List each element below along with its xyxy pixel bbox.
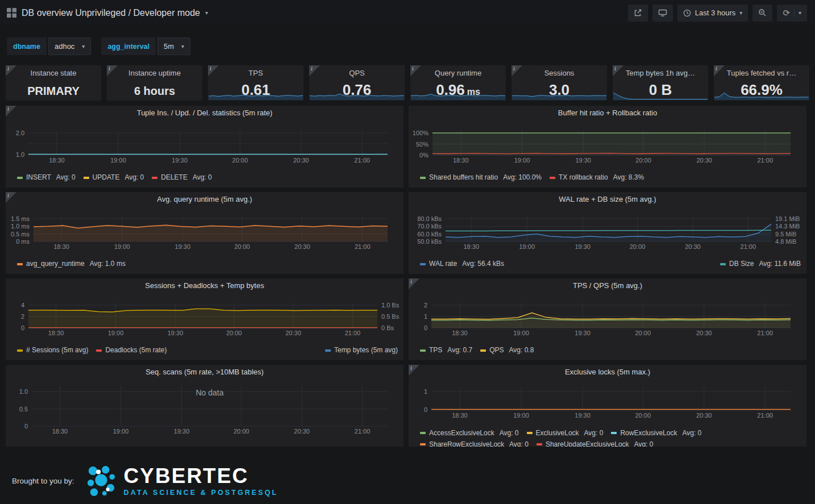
legend-item[interactable]: TPSAvg: 0.7 — [420, 345, 472, 356]
chart-tuple-statistics[interactable]: 18:3019:0019:3020:0020:3021:002.01.0 — [6, 120, 404, 168]
legend-label: DB Size — [729, 259, 754, 269]
legend-item[interactable]: WAL rateAvg: 56.4 kBs — [420, 259, 504, 269]
variable-value-dropdown[interactable]: 5m▾ — [157, 38, 190, 55]
chart-svg: 18:3019:0019:3020:0020:3021:0080.0 kBs70… — [409, 207, 806, 255]
legend-item[interactable]: QPSAvg: 0.8 — [480, 345, 534, 356]
svg-text:1.5 ms: 1.5 ms — [11, 215, 30, 222]
legend-item[interactable]: Deadlocks (5m rate) — [96, 345, 167, 356]
info-icon[interactable]: i — [409, 365, 419, 376]
variable-value-dropdown[interactable]: adhoc▾ — [48, 38, 91, 55]
variable-dbname[interactable]: dbname adhoc▾ — [7, 38, 91, 55]
stat-panel-sessions: i Sessions 3.0 — [512, 65, 607, 101]
stat-title[interactable]: Instance state — [6, 69, 101, 77]
legend-item[interactable]: avg_query_runtimeAvg: 1.0 ms — [17, 259, 126, 269]
legend-stat: Avg: 0 — [682, 427, 701, 439]
stat-title[interactable]: Query runtime — [410, 69, 506, 77]
info-icon[interactable]: i — [107, 65, 118, 76]
tv-mode-button[interactable] — [652, 5, 673, 22]
svg-text:20:30: 20:30 — [696, 330, 712, 336]
refresh-caret-icon[interactable]: ▾ — [799, 10, 801, 16]
stat-title[interactable]: Sessions — [512, 69, 607, 77]
stat-panel-instance-state: i Instance state PRIMARY — [6, 65, 101, 101]
chart-svg: 18:3019:0019:3020:0020:3021:001.5 ms1.0 … — [6, 207, 404, 255]
info-icon[interactable]: i — [309, 65, 320, 76]
chart-svg: 18:3019:0019:3020:0020:3021:004201.0 Bs0… — [6, 293, 404, 341]
legend-item[interactable]: INSERTAvg: 0 — [17, 172, 76, 183]
panel-title[interactable]: Buffer hit ratio + Rollback ratio — [409, 109, 806, 117]
legend-item[interactable]: DB SizeAvg: 11.6 MiB — [720, 259, 801, 269]
cybertec-logo-text: CYBERTEC DATA SCIENCE & POSTGRESQL — [124, 465, 278, 497]
panel-title[interactable]: Seq. scans (5m rate, >10MB tables) — [6, 368, 404, 376]
chart-seq-scans[interactable]: 18:3019:0019:3020:0020:3021:001.00.50No … — [6, 380, 404, 436]
info-icon[interactable]: i — [6, 192, 16, 203]
svg-text:19:00: 19:00 — [513, 412, 529, 419]
legend-item[interactable]: Shared buffers hit ratioAvg: 100.0% — [420, 172, 542, 183]
legend: AccessExclusiveLockAvg: 0ExclusiveLockAv… — [420, 427, 801, 447]
navbar-left: DB overview Unprivileged / Developer mod… — [7, 8, 208, 18]
refresh-button[interactable]: ⟳ ▾ — [777, 5, 807, 22]
info-icon[interactable]: i — [6, 106, 16, 116]
svg-text:19:00: 19:00 — [114, 243, 130, 250]
variable-agg-interval[interactable]: agg_interval 5m▾ — [101, 38, 190, 55]
info-icon[interactable]: i — [613, 65, 623, 76]
chart-exclusive-locks[interactable]: 18:3019:0019:3020:0020:3021:0010 — [409, 380, 806, 422]
panel-title[interactable]: Avg. query runtime (5m avg.) — [6, 195, 404, 203]
share-button[interactable] — [628, 5, 648, 22]
chart-avg-query-runtime[interactable]: 18:3019:0019:3020:0020:3021:001.5 ms1.0 … — [6, 207, 404, 255]
legend-item[interactable]: DELETEAvg: 0 — [152, 172, 212, 183]
panel-title[interactable]: Sessions + Deadlocks + Temp bytes — [6, 281, 404, 290]
stat-title[interactable]: Temp bytes 1h avg… — [613, 69, 708, 77]
svg-text:19:30: 19:30 — [575, 157, 591, 164]
panel-tuple-statistics: i Tuple Ins. / Upd. / Del. statistics (5… — [6, 106, 404, 188]
chart-tps-qps[interactable]: 18:3019:0019:3020:0020:3021:00210 — [409, 293, 806, 341]
panel-exclusive-locks: i Exclusive locks (5m max.) 18:3019:0019… — [409, 365, 806, 447]
svg-text:19:30: 19:30 — [172, 157, 188, 164]
svg-text:18:30: 18:30 — [53, 243, 69, 250]
svg-text:1.0 Bs: 1.0 Bs — [381, 302, 400, 309]
legend-label: Shared buffers hit ratio — [429, 172, 498, 183]
legend-item[interactable]: # Sessions (5m avg) — [17, 345, 88, 356]
legend-item[interactable]: ShareRowExclusiveLockAvg: 0 — [420, 439, 529, 447]
chart-wal-rate-db-size[interactable]: 18:3019:0019:3020:0020:3021:0080.0 kBs70… — [409, 207, 806, 255]
legend-stat: Avg: 100.0% — [503, 172, 542, 183]
panel-title[interactable]: Tuple Ins. / Upd. / Del. statistics (5m … — [6, 109, 404, 117]
stat-sparkline — [6, 91, 101, 100]
stat-title[interactable]: Instance uptime — [107, 69, 202, 77]
info-icon[interactable]: i — [6, 65, 16, 76]
stat-panel-query-runtime: i Query runtime 0.96ms — [410, 65, 506, 101]
title-caret-icon[interactable]: ▾ — [205, 10, 208, 16]
legend-item[interactable]: TX rollback ratioAvg: 8.3% — [550, 172, 644, 183]
info-icon[interactable]: i — [208, 65, 219, 76]
time-range-button[interactable]: Last 3 hours ▾ — [677, 5, 749, 22]
svg-text:18:30: 18:30 — [464, 243, 480, 250]
panel-title[interactable]: Exclusive locks (5m max.) — [409, 368, 806, 376]
stat-title[interactable]: Tuples fetched vs r… — [714, 69, 809, 77]
svg-text:18:30: 18:30 — [49, 157, 65, 164]
stat-title[interactable]: QPS — [309, 69, 405, 77]
legend-item[interactable]: Temp bytes (5m avg) — [325, 345, 398, 356]
legend-item[interactable]: UPDATEAvg: 0 — [84, 172, 144, 183]
chart-svg: 18:3019:0019:3020:0020:3021:002.01.0 — [6, 120, 404, 168]
legend-label: TPS — [429, 345, 442, 356]
panel-title[interactable]: WAL rate + DB size (5m avg.) — [409, 195, 806, 203]
svg-text:19:30: 19:30 — [175, 243, 191, 250]
info-icon[interactable]: i — [714, 65, 725, 76]
cybertec-logo[interactable]: CYBERTEC DATA SCIENCE & POSTGRESQL — [86, 464, 278, 497]
panel-title[interactable]: TPS / QPS (5m avg.) — [409, 281, 806, 290]
legend-item[interactable]: ExclusiveLockAvg: 0 — [527, 427, 604, 439]
svg-text:19:30: 19:30 — [168, 330, 184, 336]
dashboard-title[interactable]: DB overview Unprivileged / Developer mod… — [22, 8, 200, 18]
chart-sessions-deadlocks-temp[interactable]: 18:3019:0019:3020:0020:3021:004201.0 Bs0… — [6, 293, 404, 341]
dashboards-grid-icon[interactable] — [7, 8, 16, 18]
chart-buffer-hit-rollback[interactable]: 18:3019:0019:3020:0020:3021:00100%50%0% — [409, 120, 806, 168]
info-icon[interactable]: i — [409, 278, 419, 289]
info-icon[interactable]: i — [512, 65, 522, 76]
legend-item[interactable]: RowExclusiveLockAvg: 0 — [611, 427, 701, 439]
legend-item[interactable]: AccessExclusiveLockAvg: 0 — [420, 427, 519, 439]
info-icon[interactable]: i — [410, 65, 421, 76]
brought-to-you-by-label: Brought to you by: — [12, 477, 74, 485]
legend-item[interactable]: ShareUpdateExclusiveLockAvg: 0 — [537, 439, 654, 447]
stat-title[interactable]: TPS — [208, 69, 303, 77]
zoom-out-button[interactable] — [752, 5, 772, 22]
stat-panel-tuples-fetched: i Tuples fetched vs r… 66.9% — [714, 65, 809, 101]
